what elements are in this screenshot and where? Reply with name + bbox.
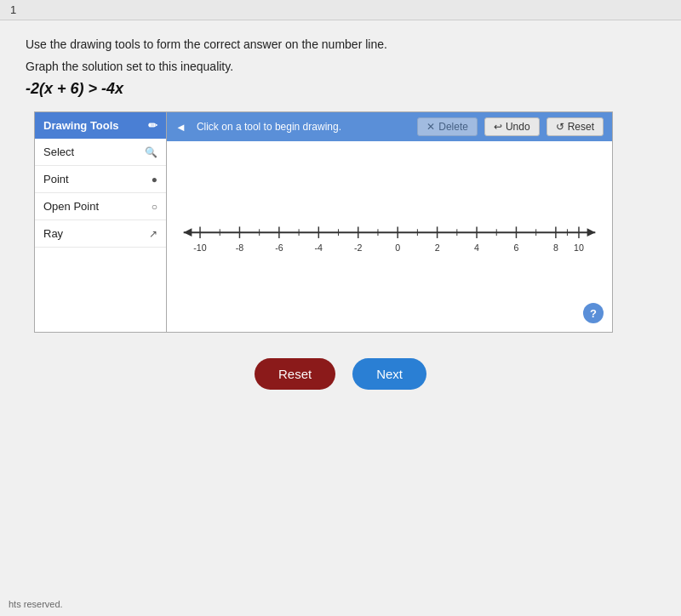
tools-header: Drawing Tools ✏ xyxy=(35,112,166,139)
svg-text:0: 0 xyxy=(395,242,400,253)
ray-icon: ↗ xyxy=(149,228,157,240)
undo-label: Undo xyxy=(506,121,530,133)
tools-panel: Drawing Tools ✏ Select 🔍 Point ● Open Po… xyxy=(35,112,167,332)
page-container: 1 Use the drawing tools to form the corr… xyxy=(0,0,681,616)
svg-text:-10: -10 xyxy=(193,242,206,253)
reset-icon: ↺ xyxy=(556,121,564,133)
reset-canvas-label: Reset xyxy=(568,121,594,133)
open-point-label: Open Point xyxy=(43,200,99,213)
help-button[interactable]: ? xyxy=(583,303,604,323)
svg-text:4: 4 xyxy=(474,242,479,253)
tab-number: 1 xyxy=(10,3,16,16)
reset-canvas-button[interactable]: ↺ Reset xyxy=(547,117,604,136)
delete-button[interactable]: ✕ Delete xyxy=(417,117,478,136)
ray-tool[interactable]: Ray ↗ xyxy=(35,220,166,248)
canvas-hint: Click on a tool to begin drawing. xyxy=(197,121,410,133)
number-line-area[interactable]: -10 -8 -6 -4 xyxy=(167,141,612,332)
svg-text:-4: -4 xyxy=(315,242,323,253)
svg-text:-8: -8 xyxy=(236,242,244,253)
svg-marker-2 xyxy=(587,228,596,237)
pencil-icon: ✏ xyxy=(148,119,157,132)
delete-x-icon: ✕ xyxy=(426,121,435,133)
bottom-buttons: Reset Next xyxy=(26,358,655,390)
select-tool[interactable]: Select 🔍 xyxy=(35,139,166,166)
collapse-icon: ◄ xyxy=(175,121,186,134)
svg-marker-1 xyxy=(184,228,192,237)
select-label: Select xyxy=(43,145,74,158)
svg-text:-2: -2 xyxy=(354,242,363,253)
select-icon: 🔍 xyxy=(145,146,157,158)
graph-instruction: Graph the solution set to this inequalit… xyxy=(26,60,655,73)
instruction-line1: Use the drawing tools to form the correc… xyxy=(26,37,655,51)
svg-text:2: 2 xyxy=(435,242,440,253)
next-button[interactable]: Next xyxy=(352,358,426,390)
content-area: Use the drawing tools to form the correc… xyxy=(0,20,681,407)
number-line-svg: -10 -8 -6 -4 xyxy=(175,211,604,262)
footer-text: hts reserved. xyxy=(9,599,63,609)
svg-text:6: 6 xyxy=(514,242,519,253)
tab-bar: 1 xyxy=(0,0,681,20)
tools-header-label: Drawing Tools xyxy=(43,119,119,132)
open-point-icon: ○ xyxy=(152,201,157,213)
svg-text:10: 10 xyxy=(574,242,584,253)
svg-text:-6: -6 xyxy=(275,242,283,253)
point-label: Point xyxy=(43,173,69,185)
undo-button[interactable]: ↩ Undo xyxy=(484,117,540,136)
svg-text:8: 8 xyxy=(553,242,558,253)
point-icon: ● xyxy=(152,174,157,185)
canvas-toolbar: ◄ Click on a tool to begin drawing. ✕ De… xyxy=(167,112,612,141)
ray-label: Ray xyxy=(43,227,63,240)
undo-icon: ↩ xyxy=(494,121,502,133)
drawing-area: Drawing Tools ✏ Select 🔍 Point ● Open Po… xyxy=(34,111,613,333)
point-tool[interactable]: Point ● xyxy=(35,166,166,193)
inequality: -2(x + 6) > -4x xyxy=(26,80,655,98)
reset-button[interactable]: Reset xyxy=(255,358,335,390)
delete-label: Delete xyxy=(438,121,468,133)
canvas-panel: ◄ Click on a tool to begin drawing. ✕ De… xyxy=(167,112,612,332)
open-point-tool[interactable]: Open Point ○ xyxy=(35,193,166,220)
